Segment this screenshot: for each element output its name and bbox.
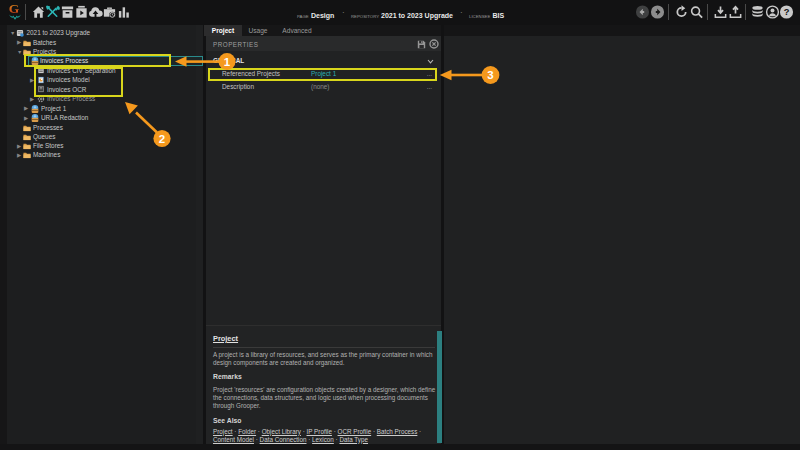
svg-text:3: 3 [487,69,493,81]
svg-text:2: 2 [159,133,165,145]
svg-text:1: 1 [224,56,231,68]
